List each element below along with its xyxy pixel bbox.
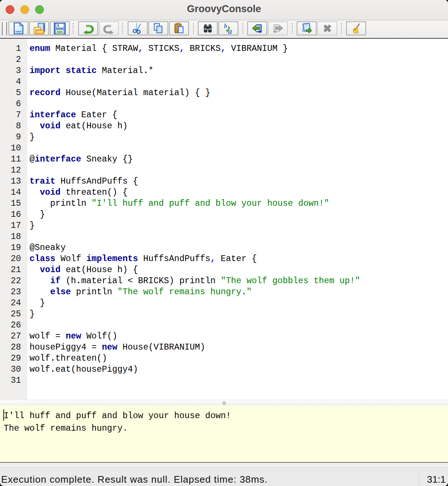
svg-text:b: b: [224, 22, 227, 29]
